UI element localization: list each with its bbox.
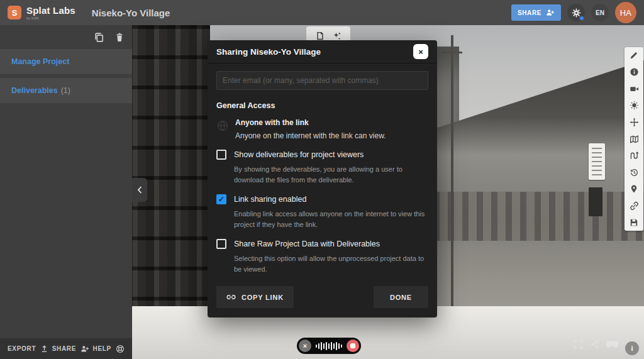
globe-icon xyxy=(216,119,229,132)
option-show-deliverables: Show deliverables for project viewers xyxy=(216,150,428,160)
scene-building-right xyxy=(433,60,644,346)
save-icon[interactable] xyxy=(625,214,643,231)
sidebar-item-count: (1) xyxy=(61,86,70,95)
sidebar-item-deliverables[interactable]: Deliverables (1) xyxy=(0,78,132,103)
sidebar-item-manage-project[interactable]: Manage Project xyxy=(0,49,132,74)
info-bubble-button[interactable]: i xyxy=(625,341,639,355)
move-icon[interactable] xyxy=(625,114,643,131)
avatar[interactable]: HA xyxy=(615,2,636,23)
waveform xyxy=(314,342,343,350)
copy-link-label: COPY LINK xyxy=(242,294,284,301)
record-cancel-button[interactable]: × xyxy=(299,340,311,352)
settings-gear-button[interactable] xyxy=(567,4,585,21)
trash-icon[interactable] xyxy=(114,32,125,42)
help-lifebuoy-icon xyxy=(116,345,125,353)
sidebar-collapse-button[interactable] xyxy=(132,178,147,202)
info-glyph: i xyxy=(631,345,633,352)
person-plus-icon xyxy=(546,8,555,17)
option-description: By showing the deliverables, you are all… xyxy=(234,164,428,185)
notification-dot xyxy=(579,16,584,21)
copy-link-button[interactable]: COPY LINK xyxy=(216,286,294,308)
language-button[interactable]: EN xyxy=(591,4,609,21)
option-label: Show deliverables for project viewers xyxy=(234,150,364,159)
duplicate-icon[interactable] xyxy=(94,32,104,43)
access-item: Anyone with the link Anyone on the inter… xyxy=(216,118,428,140)
export-label: EXPORT xyxy=(8,345,36,352)
project-title: Niseko-Yo Village xyxy=(92,8,170,18)
sidebar-item-label: Deliverables xyxy=(11,86,58,95)
path-icon[interactable] xyxy=(625,147,643,164)
share-label: SHARE xyxy=(52,345,77,352)
logo-block[interactable]: Splat Labs by KIRI xyxy=(26,6,75,20)
location-pin-icon[interactable] xyxy=(625,180,643,197)
record-stop-button[interactable] xyxy=(347,340,359,352)
link-icon[interactable] xyxy=(625,197,643,214)
logo-subtext: by KIRI xyxy=(26,16,75,20)
scene-shop-sign xyxy=(589,143,605,180)
export-button[interactable]: EXPORT xyxy=(8,345,48,353)
video-camera-icon[interactable] xyxy=(625,80,643,97)
share-bottom-button[interactable]: SHARE xyxy=(52,345,90,353)
access-title: Anyone with the link xyxy=(235,118,386,127)
modal-footer: COPY LINK DONE xyxy=(216,286,428,308)
person-plus-icon xyxy=(80,345,89,353)
fullscreen-icon[interactable] xyxy=(574,340,583,349)
email-input[interactable] xyxy=(216,71,428,90)
sparkles-icon[interactable] xyxy=(332,31,341,41)
stop-icon xyxy=(350,343,355,348)
general-access-heading: General Access xyxy=(216,101,428,110)
chevron-left-icon xyxy=(136,185,143,194)
link-icon xyxy=(226,293,236,301)
help-button[interactable]: HELP xyxy=(93,345,125,353)
sharing-modal: Sharing Niseko-Yo Village × General Acce… xyxy=(208,40,437,318)
language-label: EN xyxy=(596,9,604,16)
option-link-sharing: Link sharing enabled xyxy=(216,194,428,204)
option-label: Link sharing enabled xyxy=(234,194,306,204)
modal-header: Sharing Niseko-Yo Village × xyxy=(208,40,437,64)
access-description: Anyone on the internet with the link can… xyxy=(235,131,386,140)
option-share-raw-data: Share Raw Project Data with Deliverables xyxy=(216,239,428,249)
share-button-label: SHARE xyxy=(518,9,541,16)
app-window: S Splat Labs by KIRI Niseko-Yo Village S… xyxy=(0,0,644,359)
top-bar: S Splat Labs by KIRI Niseko-Yo Village S… xyxy=(0,0,644,25)
sidebar-item-label: Manage Project xyxy=(11,57,69,66)
close-button[interactable]: × xyxy=(413,44,428,59)
done-button[interactable]: DONE xyxy=(374,286,428,308)
record-control: × xyxy=(297,338,361,354)
top-bar-right: SHARE xyxy=(511,2,636,23)
history-icon[interactable] xyxy=(625,164,643,181)
checkbox[interactable] xyxy=(216,239,226,249)
brightness-icon[interactable] xyxy=(625,97,643,114)
modal-title: Sharing Niseko-Yo Village xyxy=(216,47,321,57)
done-label: DONE xyxy=(390,294,412,301)
vr-headset-icon[interactable] xyxy=(606,340,618,349)
edit-pencil-icon[interactable] xyxy=(625,47,643,64)
scene-utility-pole xyxy=(451,35,453,319)
option-description: Selecting this option will allow the unp… xyxy=(234,253,428,274)
export-icon xyxy=(40,345,48,353)
option-label: Share Raw Project Data with Deliverables xyxy=(234,239,380,248)
project-sidebar: Manage Project Deliverables (1) xyxy=(0,25,132,338)
bottom-action-bar: EXPORT SHARE HELP xyxy=(0,338,132,359)
map-page-icon[interactable] xyxy=(316,31,325,40)
viewer-toolbar xyxy=(625,47,643,231)
share-nodes-icon[interactable] xyxy=(590,340,599,349)
logo-text: Splat Labs xyxy=(26,6,75,15)
checkbox[interactable] xyxy=(216,194,226,204)
info-icon[interactable] xyxy=(625,64,643,81)
splat-labs-logo-icon[interactable]: S xyxy=(8,6,21,19)
option-description: Enabling link access allows anyone on th… xyxy=(234,209,428,229)
modal-body: General Access Anyone with the link Anyo… xyxy=(208,64,437,308)
close-icon: × xyxy=(418,48,423,56)
sidebar-actions xyxy=(0,25,132,49)
checkbox[interactable] xyxy=(216,150,226,160)
share-button[interactable]: SHARE xyxy=(511,4,561,21)
viewer-bottom-right xyxy=(574,340,618,349)
map-icon[interactable] xyxy=(625,131,643,148)
avatar-initials: HA xyxy=(620,8,632,18)
scene-shop-sign-dark xyxy=(589,187,602,216)
help-label: HELP xyxy=(93,345,111,352)
